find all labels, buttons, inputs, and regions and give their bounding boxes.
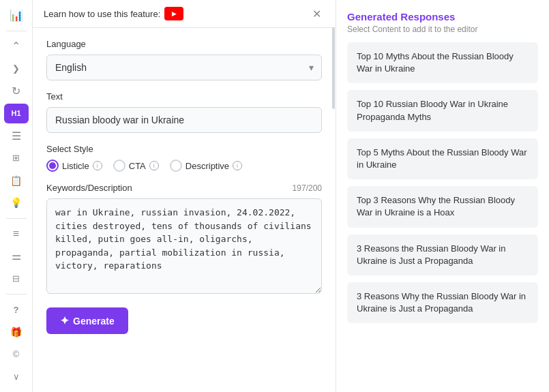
generate-label: Generate: [73, 316, 115, 327]
descriptive-label: Descriptive: [186, 161, 229, 171]
wand-icon: ✦: [60, 314, 69, 327]
listicle-info-icon[interactable]: i: [93, 161, 102, 170]
responses-subtitle: Select Content to add it to the editor: [347, 25, 538, 34]
style-option-listicle[interactable]: Listicle i: [46, 160, 102, 172]
form-panel: Learn how to use this feature: ✕ Languag…: [33, 0, 336, 392]
form-body: Language English French German Spanish I…: [33, 28, 336, 345]
sidebar: 📊 ⌃ ❯ ↻ H1 ☰ ⊞ 📋 💡 ≡ ⚌ ⊟ ? 🎁 © ∨: [0, 0, 33, 392]
language-field: Language English French German Spanish I…: [46, 39, 322, 80]
main-content: Learn how to use this feature: ✕ Languag…: [33, 0, 549, 392]
listicle-radio-inner: [49, 162, 56, 169]
response-item[interactable]: Top 3 Reasons Why the Russian Bloody War…: [347, 186, 538, 227]
scroll-thumb[interactable]: [332, 27, 335, 109]
response-item[interactable]: Top 10 Myths About the Russian Bloody Wa…: [347, 42, 538, 83]
responses-header: Generated Responses Select Content to ad…: [347, 11, 538, 34]
chevron-down-bottom-icon[interactable]: ∨: [4, 367, 29, 387]
chevron-up-icon[interactable]: ⌃: [4, 37, 29, 57]
response-item[interactable]: 3 Reasons the Russian Bloody War in Ukra…: [347, 235, 538, 275]
sidebar-divider-1: [6, 31, 27, 31]
generate-button[interactable]: ✦ Generate: [46, 307, 128, 334]
cta-radio[interactable]: [113, 160, 125, 172]
descriptive-info-icon[interactable]: i: [233, 161, 242, 170]
sidebar-divider-2: [6, 218, 27, 219]
youtube-button[interactable]: [164, 7, 183, 20]
responses-list: Top 10 Myths About the Russian Bloody Wa…: [347, 42, 538, 323]
responses-panel: Generated Responses Select Content to ad…: [336, 0, 549, 392]
circle-icon[interactable]: ©: [4, 344, 29, 364]
chevron-right-icon[interactable]: ❯: [4, 59, 29, 78]
list-icon[interactable]: ☰: [4, 126, 29, 146]
logo-icon[interactable]: 📊: [4, 5, 29, 25]
style-options: Listicle i CTA i Descriptive i: [46, 160, 322, 172]
response-item[interactable]: 3 Reasons Why the Russian Bloody War in …: [347, 282, 538, 323]
keywords-textarea[interactable]: war in Ukraine, <span class="typo-underl…: [46, 198, 322, 294]
learn-how-label: Learn how to use this feature:: [44, 9, 160, 19]
descriptive-radio[interactable]: [170, 160, 182, 172]
clipboard-icon[interactable]: 📋: [4, 170, 29, 190]
sidebar-divider-3: [6, 294, 27, 295]
text-field: Text: [46, 91, 322, 133]
table-icon[interactable]: ⊟: [4, 269, 29, 288]
cta-label: CTA: [129, 161, 146, 171]
language-select[interactable]: English French German Spanish Italian: [46, 55, 322, 80]
text-label: Text: [46, 91, 322, 102]
refresh-icon[interactable]: ↻: [4, 81, 29, 101]
scroll-track: [331, 0, 336, 392]
keywords-label: Keywords/Description: [46, 183, 132, 193]
h1-label[interactable]: H1: [4, 104, 29, 123]
keywords-header: Keywords/Description 197/200: [46, 183, 322, 193]
responses-title: Generated Responses: [347, 11, 538, 22]
lines-icon[interactable]: ≡: [4, 224, 29, 244]
response-item[interactable]: Top 5 Myths About the Russian Bloody War…: [347, 138, 538, 179]
lines2-icon[interactable]: ⚌: [4, 246, 29, 266]
response-item[interactable]: Top 10 Russian Bloody War in Ukraine Pro…: [347, 90, 538, 131]
cta-info-icon[interactable]: i: [149, 161, 159, 170]
grid-icon[interactable]: ⊞: [4, 148, 29, 168]
char-count: 197/200: [293, 183, 322, 193]
language-select-wrapper: English French German Spanish Italian: [46, 55, 322, 80]
style-field: Select Style Listicle i CTA i: [46, 144, 322, 172]
gift-icon[interactable]: 🎁: [4, 322, 29, 342]
question-icon[interactable]: ?: [4, 300, 29, 320]
style-option-descriptive[interactable]: Descriptive i: [170, 160, 242, 172]
style-label: Select Style: [46, 144, 322, 154]
listicle-radio[interactable]: [46, 160, 59, 172]
text-input[interactable]: [46, 107, 322, 133]
close-button[interactable]: ✕: [308, 5, 325, 22]
keywords-field: Keywords/Description 197/200 war in Ukra…: [46, 183, 322, 297]
learn-how-section: Learn how to use this feature:: [44, 7, 183, 20]
bulb-icon[interactable]: 💡: [4, 193, 29, 213]
language-label: Language: [46, 39, 322, 49]
listicle-label: Listicle: [62, 161, 89, 171]
form-topbar: Learn how to use this feature: ✕: [33, 0, 336, 28]
style-option-cta[interactable]: CTA i: [113, 160, 159, 172]
